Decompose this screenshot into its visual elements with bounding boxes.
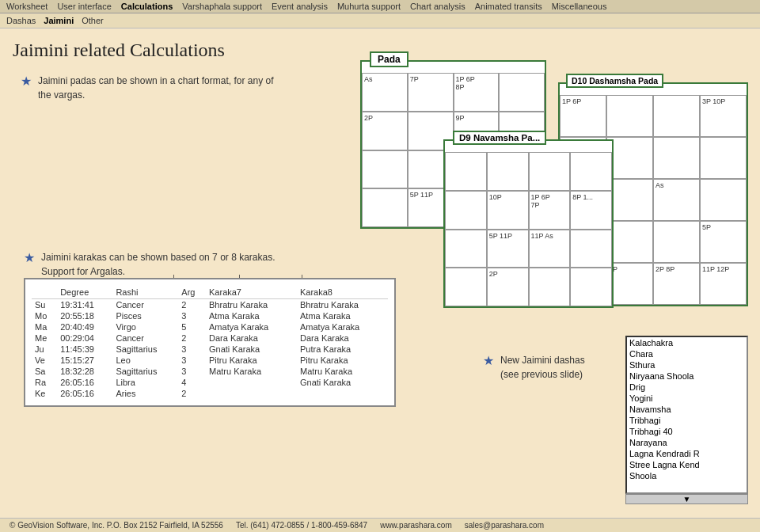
sub-tabs: Dashas Jaimini Other xyxy=(0,13,760,28)
col-rashi: Rashi xyxy=(112,286,178,299)
table-row: Ju 11:45:39 Sagittarius 3 Gnati Karaka P… xyxy=(32,344,388,355)
degree-ve: 15:15:27 xyxy=(57,355,112,366)
d9-cell-8 xyxy=(445,230,487,268)
list-item[interactable]: Chara xyxy=(627,348,747,359)
degree-ma: 20:40:49 xyxy=(57,321,112,332)
new-dashas-label: New Jaimini dashas(see previous slide) xyxy=(500,353,585,382)
star-icon-1: ★ xyxy=(21,74,32,89)
pada-cell-3 xyxy=(499,73,545,112)
degree-ke: 26:05:16 xyxy=(57,388,112,399)
col-planet xyxy=(32,286,57,299)
rashi-ma: Virgo xyxy=(112,321,178,332)
dashas-list: Kalachakra Chara Sthura Niryaana Shoola … xyxy=(625,336,748,504)
col-karaka7: Karaka7 xyxy=(206,286,297,299)
k7-ke xyxy=(206,388,297,399)
d10-cell-10: As xyxy=(653,179,700,221)
list-item[interactable]: Tribhagi xyxy=(627,415,747,426)
arg-mo: 3 xyxy=(178,310,206,321)
menu-calculations[interactable]: Calculations xyxy=(121,2,173,11)
k8-sa: Matru Karaka xyxy=(297,366,388,377)
menu-animated-transits[interactable]: Animated transits xyxy=(475,2,542,11)
pada-cell-12 xyxy=(362,188,408,227)
col-karaka8: Karaka8 xyxy=(297,286,388,299)
footer-tel: Tel. (641) 472-0855 / 1-800-459-6847 xyxy=(236,521,367,530)
table-row: Me 00:29:04 Cancer 2 Dara Karaka Dara Ka… xyxy=(32,332,388,344)
list-item[interactable]: Tribhagi 40 xyxy=(627,426,747,437)
list-item[interactable]: Lagna Kendradi R xyxy=(627,448,747,459)
list-item[interactable]: Kalachakra xyxy=(627,337,747,348)
d9-cell-0 xyxy=(445,152,487,191)
d9-cell-6: 1P 6P7P xyxy=(529,191,571,230)
table-row: Su 19:31:41 Cancer 2 Bhratru Karaka Bhra… xyxy=(32,299,388,311)
k8-ve: Pitru Karaka xyxy=(297,355,388,366)
d9-grid: 10P 1P 6P7P 8P 1... 5P 11P 11P As 2P xyxy=(445,152,612,306)
dashas-listbox[interactable]: Kalachakra Chara Sthura Niryaana Shoola … xyxy=(625,336,748,494)
d9-cell-1 xyxy=(487,152,529,191)
pada-cell-1: 7P xyxy=(408,73,454,112)
planet-ma: Ma xyxy=(32,321,57,332)
list-item[interactable]: Stree Lagna Kend xyxy=(627,459,747,470)
footer-email: sales@parashara.com xyxy=(465,521,544,530)
scrollbar-down-arrow[interactable]: ▼ xyxy=(625,494,748,504)
d10-cell-15: 5P xyxy=(700,221,747,263)
list-item[interactable]: Shoola xyxy=(627,470,747,481)
menu-worksheet[interactable]: Worksheet xyxy=(6,2,48,11)
arg-ju: 3 xyxy=(178,344,206,355)
menu-muhurta[interactable]: Muhurta support xyxy=(337,2,401,11)
menu-varshaphala[interactable]: Varshaphala support xyxy=(182,2,262,11)
planet-me: Me xyxy=(32,332,57,344)
k7-mo: Atma Karaka xyxy=(206,310,297,321)
bullet-text-1: Jaimini padas can be shown in a chart fo… xyxy=(38,74,274,102)
d9-cell-15 xyxy=(570,268,612,306)
d9-cell-11 xyxy=(570,230,612,268)
menu-chart-analysis[interactable]: Chart analysis xyxy=(410,2,466,11)
planet-ra: Ra xyxy=(32,377,57,388)
d9-label: D9 Navamsha Pa... xyxy=(453,131,546,145)
arg-ra: 4 xyxy=(178,377,206,388)
table-body: Su 19:31:41 Cancer 2 Bhratru Karaka Bhra… xyxy=(32,299,388,400)
arg-ma: 5 xyxy=(178,321,206,332)
degree-mo: 20:55:18 xyxy=(57,310,112,321)
table-row: Mo 20:55:18 Pisces 3 Atma Karaka Atma Ka… xyxy=(32,310,388,321)
pada-label: Pada xyxy=(370,51,408,67)
main-content: Jaimini related Calculations ★ Jaimini p… xyxy=(0,28,760,527)
col-arg: Arg xyxy=(178,286,206,299)
k7-sa: Matru Karaka xyxy=(206,366,297,377)
d9-cell-2 xyxy=(529,152,571,191)
d10-cell-2 xyxy=(653,95,700,137)
k7-ju: Gnati Karaka xyxy=(206,344,297,355)
list-item[interactable]: Yogini xyxy=(627,393,747,404)
list-item[interactable]: Navamsha xyxy=(627,404,747,415)
subtab-other[interactable]: Other xyxy=(82,16,104,25)
menu-miscellaneous[interactable]: Miscellaneous xyxy=(552,2,607,11)
footer: © GeoVision Software, Inc. P.O. Box 2152… xyxy=(0,518,760,532)
karakas-table: Degree Rashi Arg Karaka7 Karaka8 Su 19:3… xyxy=(32,286,388,399)
d10-cell-3: 3P 10P xyxy=(700,95,747,137)
degree-su: 19:31:41 xyxy=(57,299,112,311)
subtab-dashas[interactable]: Dashas xyxy=(6,16,36,25)
planet-sa: Sa xyxy=(32,366,57,377)
rashi-ra: Libra xyxy=(112,377,178,388)
d9-cell-12 xyxy=(445,268,487,306)
menu-user-interface[interactable]: User interface xyxy=(57,2,111,11)
k8-ju: Putra Karaka xyxy=(297,344,388,355)
footer-copyright: © GeoVision Software, Inc. P.O. Box 2152… xyxy=(10,521,223,530)
k7-ve: Pitru Karaka xyxy=(206,355,297,366)
pada-cell-2: 1P 6P8P xyxy=(454,73,500,112)
list-item[interactable]: Sthura xyxy=(627,359,747,370)
subtab-jaimini[interactable]: Jaimini xyxy=(44,16,74,25)
d9-cell-14 xyxy=(529,268,571,306)
menu-event-analysis[interactable]: Event analysis xyxy=(272,2,328,11)
d10-cell-14 xyxy=(653,221,700,263)
list-item[interactable]: Narayana xyxy=(627,437,747,448)
d10-cell-7 xyxy=(700,137,747,179)
d10-cell-1 xyxy=(606,95,653,137)
list-item[interactable]: Niryaana Shoola xyxy=(627,370,747,382)
d9-chart: D9 Navamsha Pa... 10P 1P 6P7P 8P 1... 5P… xyxy=(443,139,614,308)
d9-cell-13: 2P xyxy=(487,268,529,306)
planet-su: Su xyxy=(32,299,57,311)
list-item[interactable]: Drig xyxy=(627,382,747,393)
footer-website: www.parashara.com xyxy=(380,521,452,530)
table-row: Sa 18:32:28 Sagittarius 3 Matru Karaka M… xyxy=(32,366,388,377)
k8-ma: Amatya Karaka xyxy=(297,321,388,332)
